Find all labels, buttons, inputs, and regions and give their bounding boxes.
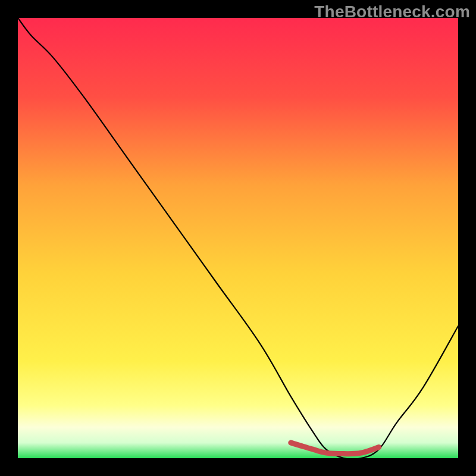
gradient-background (18, 18, 458, 458)
bottleneck-plot (18, 18, 458, 458)
chart-frame (18, 18, 458, 458)
watermark-text: TheBottleneck.com (314, 2, 470, 21)
